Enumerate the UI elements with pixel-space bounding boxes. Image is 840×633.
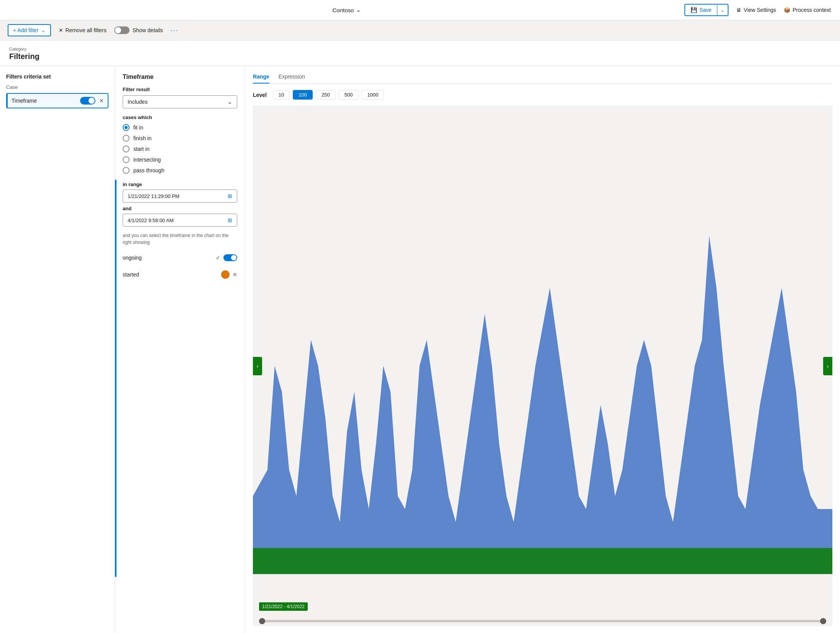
in-range-label: in range bbox=[123, 182, 237, 187]
process-context-icon: 📦 bbox=[784, 7, 790, 13]
radio-start-in[interactable]: start in bbox=[123, 146, 237, 152]
started-row: started ✕ bbox=[123, 268, 237, 281]
slider-bar bbox=[259, 620, 826, 622]
date-start-input[interactable]: 1/21/2022 11:29:00 PM ⊞ bbox=[123, 190, 237, 203]
process-context-button[interactable]: 📦 Process context bbox=[784, 7, 831, 13]
filter-item-name: Timeframe bbox=[11, 98, 37, 104]
close-icon: ✕ bbox=[59, 27, 63, 33]
date-end-value: 4/1/2022 9:58:00 AM bbox=[128, 218, 174, 223]
filter-close-icon[interactable]: ✕ bbox=[99, 98, 104, 104]
more-options-button[interactable]: ··· bbox=[171, 26, 179, 34]
calendar-icon: ⊞ bbox=[228, 193, 232, 199]
started-indicator bbox=[221, 270, 230, 279]
save-btn-group: 💾 Save ⌄ bbox=[684, 4, 728, 16]
filter-result-label: Filter result bbox=[123, 87, 237, 92]
company-selector[interactable]: Contoso ⌄ bbox=[333, 7, 361, 13]
started-close-icon[interactable]: ✕ bbox=[233, 272, 237, 278]
category-area: Category Filtering bbox=[0, 41, 840, 66]
view-settings-button[interactable]: 🖥 View Settings bbox=[736, 7, 776, 13]
date-start-value: 1/21/2022 11:29:00 PM bbox=[128, 193, 179, 199]
radio-fit-in[interactable]: fit in bbox=[123, 124, 237, 131]
filter-result-dropdown[interactable]: Includes ⌄ bbox=[123, 95, 237, 108]
chart-nav-right-button[interactable]: › bbox=[823, 357, 832, 375]
top-nav-right: 💾 Save ⌄ 🖥 View Settings 📦 Process conte… bbox=[684, 4, 831, 16]
ongoing-controls: ✓ bbox=[216, 254, 237, 261]
ongoing-label: ongoing bbox=[123, 255, 142, 261]
ongoing-row: ongoing ✓ bbox=[123, 252, 237, 263]
chart-container: 1/21/2022 - 4/1/2022 ‹ › bbox=[253, 106, 832, 626]
level-1000-button[interactable]: 1000 bbox=[361, 90, 384, 100]
slider-right-handle[interactable] bbox=[820, 618, 826, 624]
radio-finish-in[interactable]: finish in bbox=[123, 135, 237, 142]
company-name: Contoso bbox=[333, 7, 354, 13]
radio-circle-pass-through bbox=[123, 167, 130, 174]
tab-expression[interactable]: Expression bbox=[279, 74, 305, 83]
ongoing-toggle[interactable] bbox=[223, 254, 237, 261]
save-disk-icon: 💾 bbox=[691, 7, 697, 13]
radio-intersecting[interactable]: intersecting bbox=[123, 156, 237, 163]
save-button[interactable]: 💾 Save bbox=[685, 5, 717, 15]
timeframe-filter-item[interactable]: Timeframe ✕ bbox=[6, 93, 108, 108]
level-label: Level bbox=[253, 92, 267, 98]
radio-circle-fit-in bbox=[123, 124, 130, 131]
filters-criteria-set-title: Filters criteria set bbox=[6, 74, 108, 80]
left-panel: Filters criteria set Case Timeframe ✕ bbox=[0, 66, 115, 633]
chevron-down-icon: ⌄ bbox=[41, 27, 46, 33]
hint-text: and you can select the timeframe in the … bbox=[123, 232, 237, 246]
level-100-button[interactable]: 100 bbox=[293, 90, 313, 100]
level-10-button[interactable]: 10 bbox=[273, 90, 290, 100]
level-500-button[interactable]: 500 bbox=[339, 90, 359, 100]
view-settings-icon: 🖥 bbox=[736, 7, 742, 13]
started-label: started bbox=[123, 272, 139, 278]
show-details-toggle[interactable] bbox=[114, 26, 130, 34]
filter-item-controls: ✕ bbox=[80, 97, 104, 105]
and-label: and bbox=[123, 206, 237, 211]
radio-circle-finish-in bbox=[123, 135, 130, 142]
cases-which-label: cases which bbox=[123, 114, 237, 120]
chart-svg bbox=[253, 106, 832, 626]
filter-result-value: Includes bbox=[128, 99, 148, 105]
middle-panel: Timeframe Filter result Includes ⌄ cases… bbox=[115, 66, 245, 633]
radio-pass-through[interactable]: pass through bbox=[123, 167, 237, 174]
save-dropdown-button[interactable]: ⌄ bbox=[717, 5, 728, 15]
chart-nav-left-button[interactable]: ‹ bbox=[253, 357, 262, 375]
timeframe-title: Timeframe bbox=[123, 74, 237, 80]
svg-rect-1 bbox=[253, 548, 832, 574]
tabs: Range Expression bbox=[253, 74, 832, 84]
date-end-input[interactable]: 4/1/2022 9:58:00 AM ⊞ bbox=[123, 214, 237, 227]
filter-toggle[interactable] bbox=[80, 97, 95, 105]
chevron-down-icon: ⌄ bbox=[228, 99, 232, 105]
add-filter-button[interactable]: + Add filter ⌄ bbox=[8, 24, 51, 36]
top-nav: Contoso ⌄ 💾 Save ⌄ 🖥 View Settings 📦 Pro… bbox=[0, 0, 840, 20]
level-row: Level 10 100 250 500 1000 bbox=[253, 90, 832, 100]
radio-circle-intersecting bbox=[123, 156, 130, 163]
right-panel: Range Expression Level 10 100 250 500 10… bbox=[245, 66, 840, 633]
check-icon: ✓ bbox=[216, 255, 220, 261]
slider-left-handle[interactable] bbox=[259, 618, 265, 624]
chevron-down-icon: ⌄ bbox=[356, 7, 361, 13]
radio-group: fit in finish in start in intersecting p… bbox=[123, 124, 237, 174]
toolbar: + Add filter ⌄ ✕ Remove all filters Show… bbox=[0, 20, 840, 41]
range-section: in range 1/21/2022 11:29:00 PM ⊞ and 4/1… bbox=[123, 182, 237, 227]
main-content: Filters criteria set Case Timeframe ✕ Ti… bbox=[0, 66, 840, 633]
level-250-button[interactable]: 250 bbox=[316, 90, 336, 100]
tab-range[interactable]: Range bbox=[253, 74, 269, 83]
category-title: Filtering bbox=[9, 52, 831, 61]
calendar-icon-2: ⊞ bbox=[228, 217, 232, 223]
remove-all-filters-button[interactable]: ✕ Remove all filters bbox=[59, 27, 107, 33]
show-details-group: Show details bbox=[114, 26, 163, 34]
category-label: Category bbox=[9, 47, 831, 51]
chart-date-label: 1/21/2022 - 4/1/2022 bbox=[259, 602, 308, 611]
started-controls: ✕ bbox=[221, 270, 237, 279]
radio-circle-start-in bbox=[123, 146, 130, 152]
case-label: Case bbox=[6, 84, 108, 90]
